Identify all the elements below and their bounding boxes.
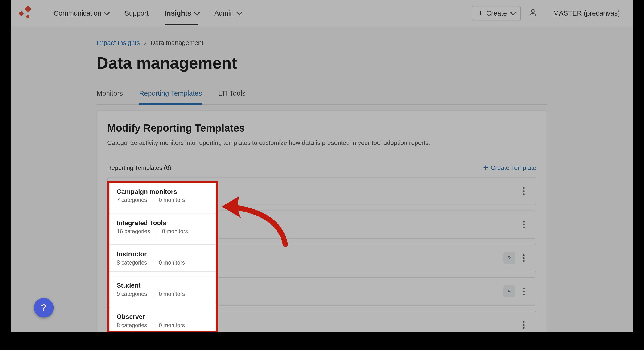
template-monitors: 0 monitors (159, 291, 185, 297)
user-icon[interactable] (529, 8, 537, 18)
kebab-menu[interactable] (520, 218, 528, 231)
template-name: Integrated Tools (117, 219, 188, 226)
svg-point-0 (532, 10, 534, 12)
template-name: Observer (117, 313, 185, 320)
create-template-button[interactable]: + Create Template (483, 163, 536, 172)
pipe: | (152, 291, 154, 297)
breadcrumb-current: Data management (151, 39, 204, 46)
template-categories: 8 categories (117, 259, 147, 266)
template-row[interactable]: Student9 categories|0 monitors (108, 276, 217, 303)
nav-admin[interactable]: Admin (214, 2, 241, 25)
row-actions (503, 252, 528, 265)
help-fab[interactable]: ? (34, 298, 54, 318)
content: Impact Insights › Data management Data m… (11, 27, 633, 332)
question-icon: ? (41, 302, 46, 313)
row-actions (520, 218, 528, 231)
pipe: | (152, 259, 154, 266)
template-categories: 7 categories (117, 197, 147, 203)
nav-label: Admin (214, 9, 234, 17)
template-categories: 16 categories (117, 228, 150, 234)
breadcrumb-root[interactable]: Impact Insights (97, 39, 140, 46)
nav-label: Communication (54, 9, 101, 17)
chevron-down-icon (236, 9, 242, 15)
template-name: Instructor (117, 250, 185, 258)
template-monitors: 0 monitors (159, 259, 185, 266)
template-name: Campaign monitors (117, 188, 185, 195)
template-row[interactable]: Instructor8 categories|0 monitors (108, 244, 217, 272)
pin-icon[interactable] (503, 252, 515, 264)
list-header-label: Reporting Templates (6) (107, 164, 171, 171)
template-meta: 9 categories|0 monitors (117, 291, 185, 297)
row-actions (503, 285, 528, 298)
nav-label: Insights (165, 9, 191, 17)
chevron-down-icon (104, 9, 110, 15)
template-row[interactable]: Campaign monitors7 categories|0 monitors (108, 182, 217, 209)
card-title: Modify Reporting Templates (107, 122, 536, 134)
plus-icon: + (483, 163, 488, 172)
kebab-menu[interactable] (520, 285, 528, 298)
tabs: Monitors Reporting Templates LTI Tools (97, 89, 547, 105)
template-monitors: 0 monitors (162, 228, 188, 234)
pin-icon[interactable] (503, 286, 515, 298)
nav-label: Support (124, 9, 148, 17)
chevron-down-icon (510, 9, 516, 15)
kebab-menu[interactable] (520, 319, 528, 332)
user-name[interactable]: MASTER (precanvas) (553, 9, 620, 17)
breadcrumb: Impact Insights › Data management (97, 39, 547, 46)
template-row[interactable]: Observer8 categories|0 monitors (108, 307, 217, 332)
topbar-right: + Create MASTER (precanvas) (472, 6, 620, 20)
tab-reporting-templates[interactable]: Reporting Templates (139, 89, 202, 105)
nav-support[interactable]: Support (124, 2, 148, 25)
plus-icon: + (478, 9, 483, 17)
page-title: Data management (97, 54, 547, 72)
kebab-menu[interactable] (520, 185, 528, 198)
chevron-right-icon: › (144, 39, 146, 46)
topbar: Communication Support Insights Admin + C… (11, 0, 633, 27)
kebab-menu[interactable] (520, 252, 528, 265)
template-meta: 8 categories|0 monitors (117, 259, 185, 266)
template-categories: 9 categories (117, 291, 147, 297)
create-label: Create (486, 9, 507, 17)
template-row[interactable]: Integrated Tools16 categories|0 monitors (108, 213, 217, 241)
nav-communication[interactable]: Communication (54, 2, 108, 25)
template-meta: 16 categories|0 monitors (117, 228, 188, 234)
template-categories: 8 categories (117, 322, 147, 328)
template-name: Student (117, 282, 185, 289)
main-nav: Communication Support Insights Admin (54, 2, 472, 25)
pipe: | (152, 322, 154, 328)
pipe: | (152, 197, 154, 203)
divider (545, 8, 546, 19)
template-monitors: 0 monitors (159, 197, 185, 203)
chevron-down-icon (194, 9, 200, 15)
pipe: | (155, 228, 157, 234)
template-meta: 7 categories|0 monitors (117, 197, 185, 203)
tab-lti-tools[interactable]: LTI Tools (218, 89, 246, 104)
create-button[interactable]: + Create (472, 6, 521, 20)
app-frame: Communication Support Insights Admin + C… (11, 0, 633, 332)
tab-monitors[interactable]: Monitors (97, 89, 123, 104)
create-template-label: Create Template (491, 164, 536, 171)
card-description: Categorize activity monitors into report… (107, 139, 536, 146)
row-actions (520, 185, 528, 198)
nav-insights[interactable]: Insights (165, 2, 198, 25)
logo-icon (18, 6, 32, 20)
list-header: Reporting Templates (6) + Create Templat… (107, 163, 536, 172)
row-actions (520, 319, 528, 332)
template-meta: 8 categories|0 monitors (117, 322, 185, 328)
template-monitors: 0 monitors (159, 322, 185, 328)
highlight-region: Campaign monitors7 categories|0 monitors… (108, 182, 217, 332)
